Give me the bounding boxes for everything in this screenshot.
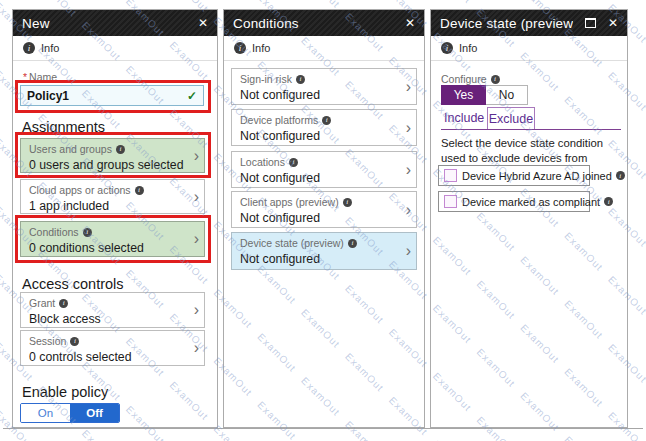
row-label: Device platforms: [240, 114, 318, 126]
blade-conditions-titlebar: Conditions ✕: [224, 10, 424, 36]
chevron-right-icon: ›: [194, 340, 199, 356]
blade-new-titlebar: New ✕: [13, 10, 217, 36]
blade-conditions-title: Conditions: [233, 16, 393, 31]
blade-conditions: Conditions ✕ i Info Sign-in riski Not co…: [223, 9, 425, 428]
info-icon: i: [441, 42, 453, 54]
include-exclude-tabs: Include Exclude: [441, 107, 621, 130]
client-apps-row[interactable]: Client apps (preview)i Not configured ›: [231, 191, 417, 228]
info-icon: i: [491, 75, 500, 84]
checkbox-unchecked[interactable]: [444, 195, 457, 208]
row-value: Not configured: [240, 252, 398, 266]
hybrid-joined-checkbox-row[interactable]: Device Hybrid Azure AD joinedi: [438, 165, 590, 186]
info-label: Info: [41, 42, 59, 54]
blade-device-state-titlebar: Device state (preview) ✕: [431, 10, 627, 36]
assignments-section-title: Assignments: [22, 119, 105, 135]
info-icon: i: [234, 42, 246, 54]
row-value: Not configured: [240, 88, 398, 102]
info-icon: i: [322, 116, 331, 125]
sign-in-risk-row[interactable]: Sign-in riski Not configured ›: [231, 68, 417, 105]
row-label: Client apps (preview): [240, 196, 339, 208]
row-label: Cloud apps or actions: [29, 184, 131, 196]
configure-yes-button[interactable]: Yes: [441, 85, 486, 105]
info-icon: i: [343, 198, 352, 207]
users-and-groups-row[interactable]: Users and groupsi 0 users and groups sel…: [20, 138, 205, 173]
row-label: Locations: [240, 156, 285, 168]
name-input[interactable]: Policy1 ✓: [20, 85, 204, 106]
info-label: Info: [252, 42, 270, 54]
toggle-off-button[interactable]: Off: [70, 404, 119, 422]
row-label: Sign-in risk: [240, 73, 292, 85]
info-icon: i: [23, 42, 35, 54]
row-label: Conditions: [29, 226, 79, 238]
row-value: Not configured: [240, 171, 398, 185]
info-icon: i: [83, 228, 92, 237]
row-value: 0 users and groups selected: [29, 158, 186, 172]
screen: New ✕ i Info *Name Policy1 ✓ Assignments…: [0, 0, 646, 441]
row-label: Session: [29, 335, 66, 347]
required-marker: *: [23, 71, 27, 83]
access-controls-section-title: Access controls: [22, 276, 124, 292]
session-row[interactable]: Sessioni 0 controls selected ›: [20, 330, 205, 366]
toggle-on-button[interactable]: On: [21, 404, 70, 422]
enable-policy-title: Enable policy: [22, 384, 108, 400]
close-icon[interactable]: ✕: [405, 17, 415, 29]
info-row: i Info: [431, 36, 627, 61]
row-value: Block access: [29, 312, 186, 326]
close-icon[interactable]: ✕: [608, 17, 618, 29]
row-value: 1 app included: [29, 199, 186, 213]
row-label: Grant: [29, 297, 55, 309]
close-icon[interactable]: ✕: [198, 17, 208, 29]
name-label-text: Name: [29, 71, 57, 83]
blade-device-state: Device state (preview) ✕ i Info Configur…: [430, 9, 628, 428]
chevron-right-icon: ›: [406, 243, 411, 259]
blade-device-state-title: Device state (preview): [440, 16, 573, 31]
blade-new: New ✕ i Info *Name Policy1 ✓ Assignments…: [12, 9, 218, 428]
chevron-right-icon: ›: [194, 148, 199, 164]
row-value: 0 conditions selected: [29, 241, 186, 255]
device-state-row[interactable]: Device state (preview)i Not configured ›: [231, 232, 417, 270]
checkbox-unchecked[interactable]: [444, 169, 457, 182]
row-label: Device state (preview): [240, 237, 344, 249]
configure-no-button[interactable]: No: [486, 85, 528, 105]
blade-new-title: New: [22, 16, 186, 31]
info-icon: i: [70, 337, 79, 346]
valid-check-icon: ✓: [187, 89, 197, 103]
enable-policy-toggle: On Off: [20, 403, 120, 423]
row-value: 0 controls selected: [29, 350, 186, 364]
info-icon: i: [135, 186, 144, 195]
checkbox-label: Device marked as compliant: [462, 196, 600, 208]
chevron-right-icon: ›: [406, 120, 411, 136]
info-row: i Info: [13, 36, 217, 61]
info-icon: i: [59, 299, 68, 308]
name-field-label: *Name: [23, 71, 57, 83]
row-value: Not configured: [240, 211, 398, 225]
info-icon: i: [289, 158, 298, 167]
marked-compliant-checkbox-row[interactable]: Device marked as complianti: [438, 191, 590, 212]
conditions-row[interactable]: Conditionsi 0 conditions selected ›: [20, 221, 205, 257]
info-label: Info: [459, 42, 477, 54]
frame-bottom-line: [3, 428, 643, 429]
tab-exclude[interactable]: Exclude: [487, 107, 535, 129]
chevron-right-icon: ›: [194, 231, 199, 247]
info-icon: i: [616, 171, 625, 180]
row-value: Not configured: [240, 129, 398, 143]
tab-include[interactable]: Include: [444, 111, 484, 125]
configure-toggle: Yes No: [441, 85, 528, 105]
chevron-right-icon: ›: [406, 202, 411, 218]
device-platforms-row[interactable]: Device platformsi Not configured ›: [231, 109, 417, 146]
name-input-value: Policy1: [27, 89, 69, 103]
maximize-icon[interactable]: [585, 18, 596, 28]
chevron-right-icon: ›: [194, 302, 199, 318]
configure-label: Configure i: [441, 73, 500, 85]
chevron-right-icon: ›: [194, 189, 199, 205]
info-icon: i: [348, 239, 357, 248]
configure-label-text: Configure: [441, 73, 487, 85]
info-row: i Info: [224, 36, 424, 61]
cloud-apps-row[interactable]: Cloud apps or actionsi 1 app included ›: [20, 179, 205, 214]
info-icon: i: [296, 75, 305, 84]
checkbox-label: Device Hybrid Azure AD joined: [462, 170, 612, 182]
locations-row[interactable]: Locationsi Not configured ›: [231, 151, 417, 188]
row-label: Users and groups: [29, 143, 112, 155]
grant-row[interactable]: Granti Block access ›: [20, 292, 205, 328]
chevron-right-icon: ›: [406, 162, 411, 178]
